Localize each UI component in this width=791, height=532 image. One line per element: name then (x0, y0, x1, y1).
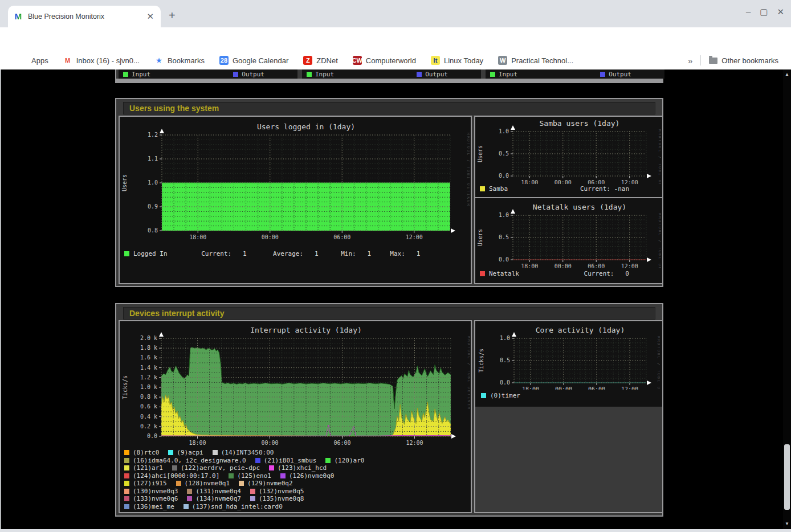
window-left-edge (0, 69, 1, 529)
scroll-down-arrow[interactable]: ▼ (783, 520, 791, 528)
legend-swatch (124, 489, 129, 494)
users-section-header: Users using the system (123, 102, 655, 114)
users-section: Users using the system 0.80.91.01.11.218… (115, 98, 663, 287)
legend-swatch (187, 496, 192, 501)
input-label: Input (315, 71, 334, 78)
bookmark-icon (19, 56, 27, 64)
bookmark-item[interactable]: Apps (19, 56, 48, 65)
scroll-up-arrow[interactable]: ▲ (783, 71, 791, 79)
svg-text:Interrupt activity (1day): Interrupt activity (1day) (250, 326, 362, 334)
bookmark-item[interactable]: CW Computerworld (353, 56, 416, 65)
bookmark-items: Apps M Inbox (16) - sjvn0... ★ Bookmarks… (19, 56, 588, 65)
svg-text:Core activity (1day): Core activity (1day) (536, 326, 625, 334)
bookmark-item[interactable]: 28 Google Calendar (219, 56, 288, 65)
svg-text:0.5: 0.5 (499, 150, 509, 157)
svg-text:RRDTOOL / TOBI OETIKER: RRDTOOL / TOBI OETIKER (658, 129, 661, 184)
svg-text:00:00: 00:00 (555, 386, 572, 390)
legend-swatch (184, 504, 189, 509)
svg-text:18:00: 18:00 (521, 179, 538, 184)
page-scrollbar[interactable]: ▲ ▼ (783, 69, 791, 529)
svg-text:Users: Users (477, 145, 483, 162)
monitorix-page: Input Output Input Output Input Output U… (0, 69, 791, 529)
logged-in-stats: Current: 1 Average: 1 Min: 1 Max: 1 (168, 250, 421, 257)
svg-text:0.8: 0.8 (148, 227, 158, 234)
partial-graph-panel[interactable]: Input Output (486, 69, 664, 79)
interrupt-activity-panel: 0.00.2 k0.4 k0.6 k0.8 k1.0 k1.2 k1.4 k1.… (119, 320, 472, 513)
svg-text:1.0: 1.0 (499, 212, 509, 218)
svg-text:1.0: 1.0 (148, 179, 158, 186)
netatalk-swatch (480, 271, 485, 276)
interrupt-legend-item: (120)ar0 (325, 457, 364, 464)
folder-icon (709, 58, 717, 64)
core-activity-chart[interactable]: 0.00.51.018:0000:0006:0012:00Core activi… (476, 322, 660, 392)
users-logged-in-panel: 0.80.91.01.11.218:0000:0006:0012:00Users… (119, 116, 472, 284)
bookmark-item[interactable]: W Practical Technol... (498, 56, 573, 65)
legend-swatch (325, 458, 331, 463)
bookmark-label: Practical Technol... (511, 56, 573, 65)
minimize-button[interactable]: – (746, 7, 751, 17)
svg-text:RRDTOOL / TOBI OETIKER: RRDTOOL / TOBI OETIKER (466, 133, 470, 207)
interrupt-legend-item: (14)INT3450:00 (213, 449, 274, 456)
netatalk-users-chart[interactable]: 0.00.51.018:0000:0006:0012:00Netatalk us… (475, 198, 661, 270)
legend-swatch (269, 465, 274, 470)
interrupt-legend-item: (8)rtc0 (124, 449, 159, 456)
legend-swatch (187, 489, 192, 494)
bookmark-icon: 28 (219, 56, 229, 65)
tab-close-icon[interactable]: ✕ (145, 11, 155, 22)
bookmarks-divider (700, 55, 701, 66)
svg-text:0.5: 0.5 (499, 234, 509, 240)
svg-text:Ticks/s: Ticks/s (122, 375, 128, 399)
users-right-column: 0.00.51.018:0000:0006:0012:00Samba users… (474, 116, 663, 284)
svg-text:1.8 k: 1.8 k (140, 345, 157, 351)
svg-text:12:00: 12:00 (621, 263, 638, 268)
bookmarks-overflow-chevron[interactable]: » (688, 56, 692, 66)
bookmark-item[interactable]: Z ZDNet (303, 56, 338, 65)
svg-text:RRDTOOL / TOBI OETIKER: RRDTOOL / TOBI OETIKER (657, 336, 660, 390)
svg-text:0.5: 0.5 (500, 357, 510, 363)
core-activity-chartbox: 0.00.51.018:0000:0006:0012:00Core activi… (475, 321, 662, 407)
samba-users-chart[interactable]: 0.00.51.018:0000:0006:0012:00Samba users… (475, 117, 661, 186)
interrupt-legend-item: (21)i801_smbus (255, 457, 317, 464)
interrupt-activity-chart[interactable]: 0.00.2 k0.4 k0.6 k0.8 k1.0 k1.2 k1.4 k1.… (120, 321, 470, 450)
bookmark-item[interactable]: M Inbox (16) - sjvn0... (63, 56, 140, 65)
svg-text:0.2 k: 0.2 k (140, 423, 157, 429)
partial-graph-panel[interactable]: Input Output (119, 69, 297, 79)
svg-text:0.8 k: 0.8 k (140, 394, 157, 400)
samba-stats: Current: -nan (580, 185, 658, 193)
svg-text:18:00: 18:00 (522, 386, 539, 390)
svg-text:18:00: 18:00 (189, 440, 206, 446)
browser-toolbar: ← → ⟳ ⌂ i localhost:8080/monitorix-cgi/m… (0, 27, 791, 51)
interrupt-legend-item: (124)ahci[0000:00:17.0] (124, 472, 219, 480)
bookmark-icon: Z (303, 56, 312, 65)
bookmark-item[interactable]: ★ Bookmarks (154, 56, 205, 65)
svg-text:Samba users (1day): Samba users (1day) (540, 119, 620, 128)
users-section-title: Users using the system (129, 104, 219, 113)
bookmark-item[interactable]: lt Linux Today (431, 56, 483, 65)
partial-section-bottom-border (116, 79, 662, 83)
interrupt-legend-item: (129)nvme0q2 (239, 480, 292, 487)
new-tab-button[interactable]: + (169, 9, 176, 22)
svg-text:0.0: 0.0 (147, 433, 157, 439)
svg-text:0.0: 0.0 (499, 256, 509, 263)
users-logged-in-chart[interactable]: 0.80.91.01.11.218:0000:0006:0012:00Users… (120, 117, 470, 249)
bookmark-label: Inbox (16) - sjvn0... (76, 56, 140, 65)
maximize-button[interactable]: ▢ (760, 7, 768, 17)
svg-text:RRDTOOL / TOBI OETIKER: RRDTOOL / TOBI OETIKER (658, 213, 661, 268)
output-label: Output (425, 71, 448, 78)
close-button[interactable]: ✕ (777, 7, 784, 17)
bookmark-icon: M (63, 56, 72, 65)
legend-swatch (124, 496, 129, 501)
scrollbar-thumb[interactable] (784, 444, 790, 510)
legend-swatch (250, 496, 255, 501)
browser-tab[interactable]: M Blue Precision Monitorix ✕ (8, 6, 161, 27)
interrupt-legend-item: (130)nvme0q3 (124, 488, 178, 495)
input-label: Input (132, 71, 150, 78)
bookmark-icon: W (498, 56, 507, 65)
partial-graph-panel[interactable]: Input Output (302, 69, 481, 79)
interrupt-legend-item: (127)i915 (124, 480, 167, 487)
devices-section: Devices interrupt activity 0.00.2 k0.4 k… (115, 303, 663, 517)
svg-text:1.1: 1.1 (148, 155, 158, 162)
other-bookmarks-button[interactable]: Other bookmarks (709, 56, 778, 65)
svg-text:06:00: 06:00 (588, 386, 605, 390)
legend-swatch (124, 473, 129, 478)
